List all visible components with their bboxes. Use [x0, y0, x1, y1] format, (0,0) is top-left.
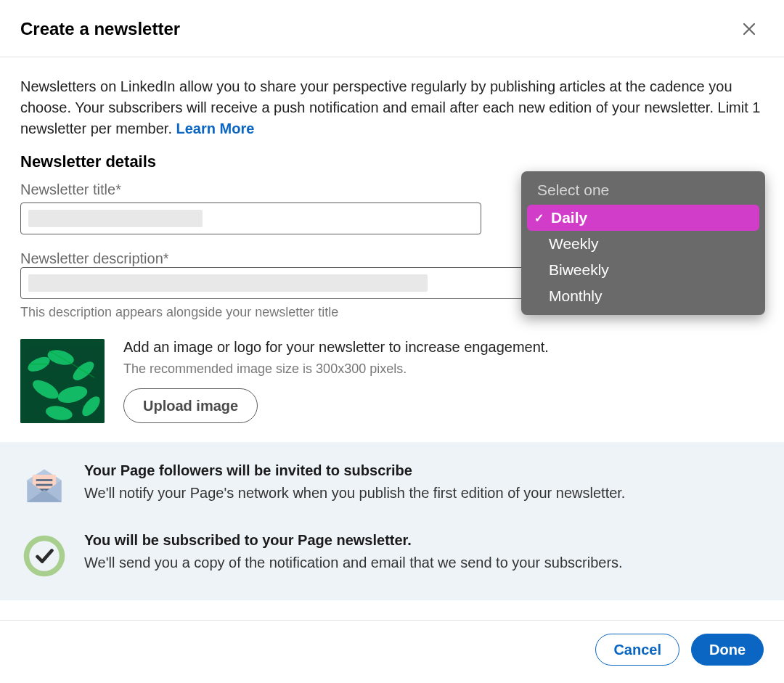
info-item-followers-subtitle: We'll notify your Page's network when yo…	[84, 485, 625, 502]
modal-title: Create a newsletter	[20, 19, 180, 39]
checkmark-circle-icon	[20, 532, 68, 580]
info-item-subscribed: You will be subscribed to your Page news…	[20, 532, 764, 580]
close-button[interactable]	[735, 15, 764, 44]
svg-point-22	[29, 541, 59, 570]
modal-header: Create a newsletter	[0, 0, 784, 57]
create-newsletter-modal: Create a newsletter Newsletters on Linke…	[0, 0, 784, 683]
image-upload-title: Add an image or logo for your newsletter…	[123, 339, 549, 356]
newsletter-title-input[interactable]	[20, 203, 481, 234]
intro-copy: Newsletters on LinkedIn allow you to sha…	[20, 78, 760, 136]
learn-more-link[interactable]: Learn More	[176, 120, 255, 136]
info-item-followers-title: Your Page followers will be invited to s…	[84, 462, 625, 479]
redacted-description-value	[28, 274, 428, 292]
cadence-option-daily[interactable]: Daily	[527, 205, 759, 231]
info-item-followers-text: Your Page followers will be invited to s…	[84, 462, 625, 502]
image-upload-copy: Add an image or logo for your newsletter…	[123, 339, 549, 423]
newsletter-title-label: Newsletter title*	[20, 181, 481, 198]
newsletter-details-heading: Newsletter details	[20, 152, 764, 171]
done-button[interactable]: Done	[691, 634, 764, 666]
envelope-icon	[20, 462, 68, 510]
upload-image-button[interactable]: Upload image	[123, 388, 258, 423]
info-item-subscribed-title: You will be subscribed to your Page news…	[84, 532, 623, 549]
intro-text: Newsletters on LinkedIn allow you to sha…	[20, 76, 764, 139]
cadence-option-weekly[interactable]: Weekly	[527, 231, 759, 257]
newsletter-description-label: Newsletter description*	[20, 250, 169, 266]
newsletter-image-thumbnail[interactable]	[20, 339, 105, 423]
cadence-dropdown-placeholder: Select one	[527, 177, 759, 205]
cadence-dropdown[interactable]: Select one Daily Weekly Biweekly Monthly	[521, 171, 765, 315]
modal-body: Newsletters on LinkedIn allow you to sha…	[0, 57, 784, 442]
newsletter-title-group: Newsletter title*	[20, 181, 481, 234]
image-upload-row: Add an image or logo for your newsletter…	[20, 339, 764, 423]
info-item-subscribed-subtitle: We'll send you a copy of the notificatio…	[84, 555, 623, 571]
cadence-group: * Select one Daily Weekly Biweekly Month…	[510, 181, 764, 234]
image-upload-subtitle: The recommended image size is 300x300 pi…	[123, 361, 549, 377]
modal-footer: Cancel Done	[0, 620, 784, 683]
leaf-thumbnail-icon	[20, 339, 105, 423]
info-item-subscribed-text: You will be subscribed to your Page news…	[84, 532, 623, 571]
cancel-button[interactable]: Cancel	[595, 634, 679, 666]
info-item-followers: Your Page followers will be invited to s…	[20, 462, 764, 510]
cadence-option-monthly[interactable]: Monthly	[527, 283, 759, 309]
info-box: Your Page followers will be invited to s…	[0, 442, 784, 600]
title-cadence-row: Newsletter title* * Select one Daily Wee…	[20, 181, 764, 234]
close-icon	[740, 20, 758, 38]
cadence-option-biweekly[interactable]: Biweekly	[527, 257, 759, 283]
redacted-title-value	[28, 210, 203, 227]
